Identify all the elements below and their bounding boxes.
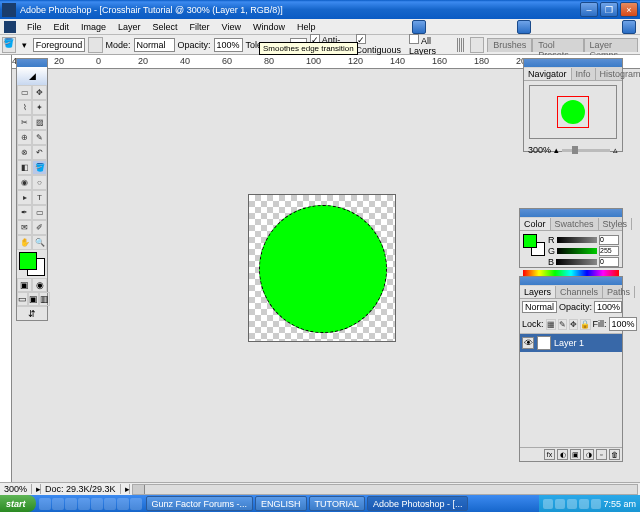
swatches-tab[interactable]: Swatches xyxy=(551,218,599,230)
visibility-toggle-icon[interactable]: 👁 xyxy=(522,337,534,349)
vertical-ruler[interactable] xyxy=(0,55,12,482)
stamp-tool[interactable]: ⊗ xyxy=(17,145,32,160)
eraser-tool[interactable]: ◧ xyxy=(17,160,32,175)
menu-filter[interactable]: Filter xyxy=(185,21,215,33)
notes-tool[interactable]: ✉ xyxy=(17,220,32,235)
toolbox-header[interactable] xyxy=(17,59,47,67)
status-arrow[interactable]: ▸ xyxy=(32,484,41,494)
fill-input[interactable]: 100% xyxy=(609,317,637,331)
dodge-tool[interactable]: ○ xyxy=(32,175,47,190)
menu-image[interactable]: Image xyxy=(76,21,111,33)
mode-select[interactable]: Normal xyxy=(134,38,175,52)
lock-trans-icon[interactable]: ▦ xyxy=(546,319,556,330)
panel-header[interactable] xyxy=(524,59,622,67)
adjustment-icon[interactable]: ◑ xyxy=(583,449,594,460)
layer-thumbnail[interactable] xyxy=(537,336,551,350)
g-input[interactable] xyxy=(599,246,619,256)
close-button[interactable]: × xyxy=(620,2,638,17)
lock-pos-icon[interactable]: ✥ xyxy=(569,319,578,330)
contiguous-checkbox[interactable]: ✓Contiguous xyxy=(356,34,406,55)
tool-preset-dropdown[interactable]: ▾ xyxy=(19,39,30,51)
panel-header[interactable] xyxy=(520,277,622,285)
layer-mask-icon[interactable]: ◐ xyxy=(557,449,568,460)
history-tool[interactable]: ↶ xyxy=(32,145,47,160)
opacity-input[interactable]: 100% xyxy=(214,38,243,52)
horizontal-scrollbar[interactable] xyxy=(132,484,638,495)
channels-tab[interactable]: Channels xyxy=(556,286,603,298)
task-button[interactable]: Adobe Photoshop - [... xyxy=(367,496,469,511)
screenmode-toggle[interactable]: ▭▣▥ xyxy=(17,292,47,306)
pattern-picker[interactable] xyxy=(88,37,102,53)
maximize-button[interactable]: ❐ xyxy=(600,2,618,17)
panel-header[interactable] xyxy=(520,209,622,217)
blur-tool[interactable]: ◉ xyxy=(17,175,32,190)
g-slider[interactable] xyxy=(557,248,597,254)
histogram-tab[interactable]: Histogram xyxy=(596,68,640,80)
filebrowser-toggle-icon[interactable] xyxy=(470,37,484,53)
task-button[interactable]: Gunz Factor Forums -... xyxy=(146,496,254,511)
menu-view[interactable]: View xyxy=(217,21,246,33)
paths-tab[interactable]: Paths xyxy=(603,286,635,298)
layer-opacity-input[interactable]: 100% xyxy=(594,301,622,313)
minimize-button[interactable]: – xyxy=(580,2,598,17)
path-tool[interactable]: ▸ xyxy=(17,190,32,205)
zoom-out-icon[interactable]: ▴ xyxy=(554,145,559,155)
bucket-tool[interactable]: 🪣 xyxy=(32,160,47,175)
hand-tool[interactable]: ✋ xyxy=(17,235,32,250)
menu-layer[interactable]: Layer xyxy=(113,21,146,33)
quickmask-toggle[interactable]: ▣◉ xyxy=(17,278,47,292)
r-slider[interactable] xyxy=(557,237,598,243)
navigator-tab[interactable]: Navigator xyxy=(524,68,572,80)
doc-minimize-button[interactable] xyxy=(412,20,426,34)
blend-mode-select[interactable]: Normal xyxy=(522,301,557,313)
layer-style-icon[interactable]: fx xyxy=(544,449,555,460)
layer-name[interactable]: Layer 1 xyxy=(554,338,584,348)
move-tool[interactable]: ✥ xyxy=(32,85,47,100)
status-doc[interactable]: Doc: 29.3K/29.3K xyxy=(41,484,121,494)
info-tab[interactable]: Info xyxy=(572,68,596,80)
wand-tool[interactable]: ✦ xyxy=(32,100,47,115)
document-icon[interactable] xyxy=(4,21,16,33)
start-button[interactable]: start xyxy=(0,495,36,512)
layers-tab[interactable]: Layers xyxy=(520,286,556,298)
heal-tool[interactable]: ⊕ xyxy=(17,130,32,145)
slice-tool[interactable]: ▨ xyxy=(32,115,47,130)
b-slider[interactable] xyxy=(556,259,597,265)
menu-edit[interactable]: Edit xyxy=(49,21,75,33)
zoom-slider[interactable] xyxy=(562,149,610,152)
quick-launch[interactable] xyxy=(36,498,145,510)
layer-row[interactable]: 👁 Layer 1 xyxy=(520,334,622,352)
eyedrop-tool[interactable]: ✐ xyxy=(32,220,47,235)
doc-restore-button[interactable] xyxy=(517,20,531,34)
bucket-tool-icon[interactable]: 🪣 xyxy=(2,37,16,53)
marquee-tool[interactable]: ▭ xyxy=(17,85,32,100)
b-input[interactable] xyxy=(599,257,619,267)
fill-select[interactable]: Foreground xyxy=(33,38,86,52)
navigator-view[interactable] xyxy=(529,85,617,139)
task-button[interactable]: ENGLISH xyxy=(255,496,307,511)
document-canvas[interactable] xyxy=(248,194,396,342)
type-tool[interactable]: T xyxy=(32,190,47,205)
styles-tab[interactable]: Styles xyxy=(599,218,633,230)
new-layer-icon[interactable]: ▫ xyxy=(596,449,607,460)
palette-well-grip[interactable] xyxy=(457,38,464,52)
delete-layer-icon[interactable]: 🗑 xyxy=(609,449,620,460)
foreground-color[interactable] xyxy=(19,252,37,270)
menu-file[interactable]: File xyxy=(22,21,47,33)
doc-close-button[interactable] xyxy=(622,20,636,34)
well-brushes-tab[interactable]: Brushes xyxy=(487,38,532,52)
brush-tool[interactable]: ✎ xyxy=(32,130,47,145)
lock-pixels-icon[interactable]: ✎ xyxy=(558,319,567,330)
menu-help[interactable]: Help xyxy=(292,21,321,33)
shape-tool[interactable]: ▭ xyxy=(32,205,47,220)
well-layercomps-tab[interactable]: Layer Comps xyxy=(584,38,638,52)
alllayers-checkbox[interactable]: All Layers xyxy=(409,34,454,56)
crop-tool[interactable]: ✂ xyxy=(17,115,32,130)
menu-select[interactable]: Select xyxy=(148,21,183,33)
task-button[interactable]: TUTORIAL xyxy=(309,496,365,511)
status-zoom[interactable]: 300% xyxy=(0,484,32,494)
imageready-jump[interactable]: ⇵ xyxy=(17,306,47,320)
r-input[interactable] xyxy=(599,235,619,245)
zoom-in-icon[interactable]: ▵ xyxy=(613,145,618,155)
well-toolpresets-tab[interactable]: Tool Presets xyxy=(532,38,583,52)
